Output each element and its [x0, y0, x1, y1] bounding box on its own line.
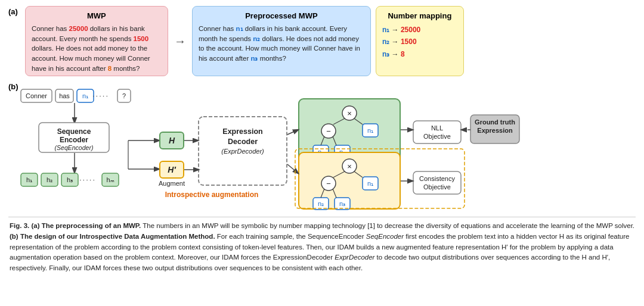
section-a-label: (a) [8, 6, 18, 16]
orange-multiply-text: × [347, 162, 352, 171]
hidden-hm-text: hₘ [106, 176, 114, 183]
h-prime-label: H′ [168, 165, 176, 174]
hidden-dots: ····· [79, 175, 96, 184]
mwp-text: Conner has 25000 dollars in his bank acc… [32, 24, 162, 73]
augment-label: Augment [159, 180, 185, 187]
encoder-italic: (SeqEncoder) [54, 144, 93, 151]
decoder-title2: Decoder [228, 138, 258, 146]
preprocessed-panel: Preprocessed MWP Conner has n₁ dollars i… [192, 6, 371, 76]
mwp-panel: MWP Conner has 25000 dollars in his bank… [25, 6, 168, 76]
arrow-decoder-to-orange [287, 164, 298, 173]
number-mapping-panel: Number mapping n₁ → 25000 n₂ → 1500 n₃ →… [376, 6, 464, 76]
token-n1-text: n₁ [82, 92, 88, 99]
green-minus-text: − [326, 127, 331, 136]
mapping-title: Number mapping [382, 11, 457, 20]
consistency-text1: Consistency [419, 175, 455, 182]
token-has-text: has [59, 92, 70, 99]
pre-n3: n₃ [250, 55, 258, 62]
hidden-h2-text: h₂ [47, 176, 52, 183]
mwp-title: MWP [32, 11, 162, 20]
mapping-row-1: n₁ → 25000 [382, 24, 457, 36]
preprocessed-text: Conner has n₁ dollars in his bank accoun… [199, 24, 364, 64]
introspective-label: Introspective augmentation [165, 191, 258, 199]
orange-n3-text: n₃ [339, 200, 345, 207]
caption-part-b-bold: (b) The design of our Introspective Data… [10, 233, 215, 240]
green-n1-text: n₁ [367, 127, 373, 134]
mapping-row-2: n₂ → 1500 [382, 36, 457, 48]
token-conner-text: Conner [26, 92, 47, 99]
mwp-num3: 8 [108, 65, 112, 72]
section-b: (b) Conner has n₁ ····· ? Sequence Encod… [8, 81, 636, 212]
main-container: (a) MWP Conner has 25000 dollars in his … [0, 0, 644, 306]
caption-part-a-bold: (a) The preprocessing of an MWP. [31, 222, 141, 229]
encoder-title: Sequence [57, 127, 91, 136]
pre-n2: n₂ [253, 35, 260, 42]
arrow-mwp-to-preprocessed: → [173, 6, 187, 76]
mwp-num1: 25000 [69, 25, 88, 32]
ground-truth-text1: Ground truth [475, 118, 515, 126]
nll-text2: Objective [423, 133, 451, 140]
caption-fig: Fig. 3. [10, 222, 31, 229]
caption: Fig. 3. (a) The preprocessing of an MWP.… [8, 217, 636, 274]
arrow-decoder-to-green [287, 130, 298, 135]
token-question-text: ? [122, 92, 126, 99]
pre-n1: n₁ [236, 25, 243, 32]
section-b-diagram: Conner has n₁ ····· ? Sequence Encoder (… [21, 81, 629, 211]
green-multiply-text: × [347, 109, 352, 118]
ground-truth-text2: Expression [477, 127, 513, 134]
hidden-h3-text: h₃ [67, 176, 73, 183]
orange-n2-text: n₂ [318, 200, 324, 207]
caption-part-a-text: The numbers in an MWP will be symbolic b… [143, 222, 634, 229]
mapping-row-3: n₃ → 8 [382, 48, 457, 60]
token-dots: ····· [92, 91, 109, 100]
mwp-num2: 1500 [134, 35, 149, 42]
hidden-h1-text: h₁ [26, 176, 32, 183]
preprocessed-title: Preprocessed MWP [199, 11, 364, 20]
nll-text1: NLL [431, 124, 443, 132]
consistency-text2: Objective [423, 183, 451, 191]
orange-minus-text: − [326, 179, 331, 188]
decoder-title1: Expression [222, 127, 262, 136]
h-label: H [169, 136, 175, 145]
section-a: (a) MWP Conner has 25000 dollars in his … [8, 6, 636, 76]
orange-n1-text: n₁ [367, 180, 373, 187]
encoder-subtitle: Encoder [60, 136, 88, 144]
decoder-italic: (ExprDecoder) [221, 148, 264, 155]
section-b-label: (b) [8, 81, 18, 91]
